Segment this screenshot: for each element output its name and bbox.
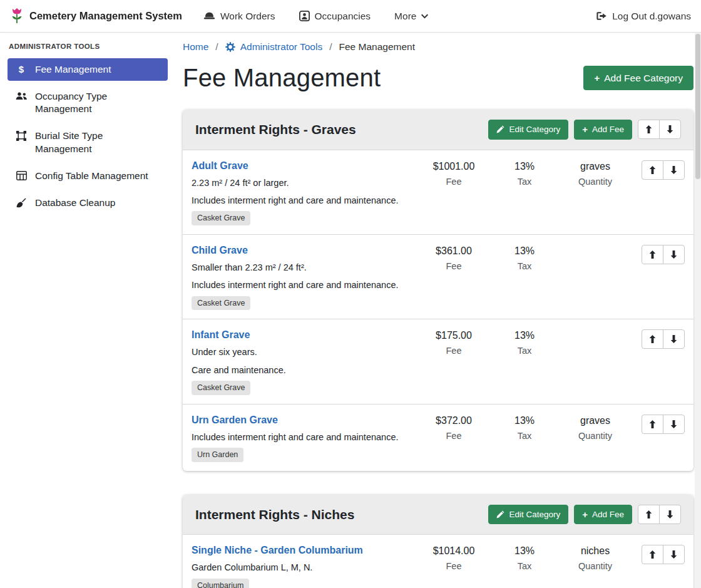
nav-occupancies[interactable]: Occupancies xyxy=(299,11,371,22)
sidebar-item-config-table-management[interactable]: Config Table Management xyxy=(8,165,168,187)
breadcrumb-admin-tools-label: Administrator Tools xyxy=(240,41,323,53)
add-fee-category-button[interactable]: + Add Fee Category xyxy=(583,66,693,91)
move-category-up-button[interactable] xyxy=(638,505,660,524)
add-fee-button[interactable]: + Add Fee xyxy=(574,120,632,140)
breadcrumb-admin-tools-link[interactable]: Administrator Tools xyxy=(225,41,323,53)
arrow-up-icon xyxy=(649,420,656,428)
fee-amount-label: Fee xyxy=(419,346,488,356)
scrollbar[interactable] xyxy=(695,33,701,588)
move-category-up-button[interactable] xyxy=(638,120,660,139)
sidebar-item-label: Database Cleanup xyxy=(35,197,115,209)
arrow-down-icon xyxy=(670,166,677,174)
pencil-icon xyxy=(496,510,504,518)
breadcrumb-home-link[interactable]: Home xyxy=(183,41,208,53)
fee-quantity-label: Quantity xyxy=(561,431,630,441)
move-fee-down-button[interactable] xyxy=(663,245,685,264)
fee-reorder-group xyxy=(642,245,685,264)
fee-amount-label: Fee xyxy=(419,261,488,271)
fee-row: Child Grave Smaller than 2.23 m² / 24 ft… xyxy=(183,234,693,319)
move-category-down-button[interactable] xyxy=(659,120,681,139)
nav-work-orders-label: Work Orders xyxy=(220,11,275,22)
fee-rows: Single Niche - Garden Columbarium Garden… xyxy=(183,534,693,588)
move-fee-up-button[interactable] xyxy=(642,415,663,434)
broom-icon xyxy=(14,197,28,208)
nav-work-orders[interactable]: Work Orders xyxy=(203,11,275,22)
fee-quantity-value: graves xyxy=(561,161,630,172)
arrow-up-icon xyxy=(649,250,656,259)
fee-type-badge: Casket Grave xyxy=(192,211,250,225)
edit-category-button[interactable]: Edit Category xyxy=(488,120,568,140)
fee-category-card: Interment Rights - Graves Edit Category … xyxy=(183,110,693,471)
move-fee-down-button[interactable] xyxy=(663,329,685,349)
fee-rows: Adult Grave 2.23 m² / 24 ft² or larger. … xyxy=(183,150,693,471)
fee-tax-col: 13% Tax xyxy=(493,415,556,441)
arrow-up-icon xyxy=(649,166,656,174)
category-reorder-group xyxy=(638,505,681,524)
fee-name-link[interactable]: Urn Garden Grave xyxy=(192,415,278,426)
nav-more-dropdown[interactable]: More xyxy=(394,11,428,22)
scrollbar-thumb[interactable] xyxy=(695,34,700,179)
fee-type-badge: Casket Grave xyxy=(192,296,250,311)
category-header: Interment Rights - Graves Edit Category … xyxy=(183,110,693,150)
category-actions: Edit Category + Add Fee xyxy=(488,120,681,140)
app-brand[interactable]: Cemetery Management System xyxy=(10,8,182,24)
move-fee-up-button[interactable] xyxy=(642,245,663,264)
sidebar-heading: ADMINISTRATOR TOOLS xyxy=(9,43,166,50)
nav-more-label: More xyxy=(394,11,416,22)
fee-name-link[interactable]: Adult Grave xyxy=(192,160,248,172)
add-fee-button[interactable]: + Add Fee xyxy=(574,505,632,525)
sidebar-item-occupancy-type-management[interactable]: Occupancy Type Management xyxy=(8,85,168,120)
fee-main: Urn Garden Grave Includes interment righ… xyxy=(192,415,414,462)
move-fee-up-button[interactable] xyxy=(642,545,663,564)
fee-row: Infant Grave Under six years. Care and m… xyxy=(183,319,693,403)
sidebar-item-burial-site-type-management[interactable]: Burial Site Type Management xyxy=(8,125,168,160)
arrow-down-icon xyxy=(670,550,677,559)
breadcrumb-separator: / xyxy=(329,41,332,53)
fee-tax-label: Tax xyxy=(493,261,556,271)
fee-tax-col: 13% Tax xyxy=(493,160,556,187)
fee-name-link[interactable]: Infant Grave xyxy=(192,329,250,341)
fee-tax-value: 13% xyxy=(493,415,556,426)
hard-hat-icon xyxy=(203,11,215,21)
fee-quantity-col: niches Quantity xyxy=(561,545,630,571)
fee-tax-label: Tax xyxy=(493,346,556,356)
move-fee-down-button[interactable] xyxy=(663,415,685,434)
arrow-down-icon xyxy=(670,250,677,259)
fee-amount-col: $1014.00 Fee xyxy=(419,545,488,571)
fee-type-badge: Casket Grave xyxy=(192,381,250,395)
fee-main: Infant Grave Under six years. Care and m… xyxy=(192,329,414,395)
logout-link[interactable]: Log Out d.gowans xyxy=(596,11,691,22)
sidebar-item-fee-management[interactable]: $ Fee Management xyxy=(8,58,168,81)
table-icon xyxy=(14,170,28,180)
move-fee-up-button[interactable] xyxy=(642,329,663,349)
app-title: Cemetery Management System xyxy=(29,10,182,22)
fee-amount-col: $361.00 Fee xyxy=(419,245,488,271)
arrow-up-icon xyxy=(645,510,652,518)
fee-quantity-label: Quantity xyxy=(561,561,630,571)
fee-name-link[interactable]: Child Grave xyxy=(192,245,248,256)
badge-row: Columbarium xyxy=(192,579,414,588)
badge-row: Casket Grave xyxy=(192,211,414,225)
arrow-up-icon xyxy=(645,125,652,133)
plus-icon: + xyxy=(582,511,588,518)
move-category-down-button[interactable] xyxy=(659,505,681,524)
move-fee-down-button[interactable] xyxy=(663,160,685,180)
sidebar-item-database-cleanup[interactable]: Database Cleanup xyxy=(8,192,168,214)
person-frame-icon xyxy=(299,11,310,21)
fee-reorder-group xyxy=(642,160,685,180)
fee-category-card: Interment Rights - Niches Edit Category … xyxy=(183,495,693,588)
move-fee-down-button[interactable] xyxy=(663,545,685,564)
edit-category-button[interactable]: Edit Category xyxy=(488,505,568,525)
fee-quantity-label: Quantity xyxy=(561,177,630,187)
fee-tax-value: 13% xyxy=(493,245,556,257)
fee-reorder-group xyxy=(642,545,685,564)
breadcrumb: Home / Administrator Tools / Fee Managem… xyxy=(183,41,693,53)
fee-tax-col: 13% Tax xyxy=(493,545,556,571)
plus-icon: + xyxy=(582,126,588,133)
fee-name-link[interactable]: Single Niche - Garden Columbarium xyxy=(192,545,363,556)
category-title: Interment Rights - Niches xyxy=(195,507,354,522)
arrow-down-icon xyxy=(670,420,677,428)
fee-tax-value: 13% xyxy=(493,330,556,341)
tulip-logo-icon xyxy=(10,8,24,24)
move-fee-up-button[interactable] xyxy=(642,160,663,180)
